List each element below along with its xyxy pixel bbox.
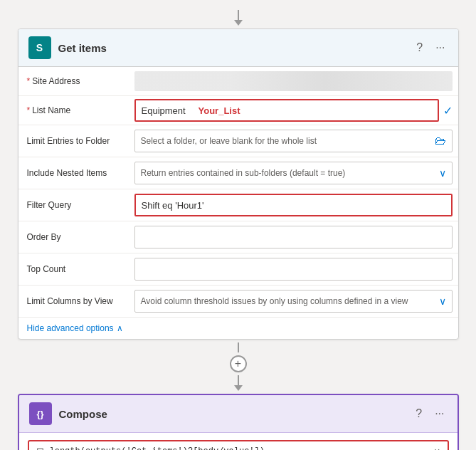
top-count-input[interactable]: Total number of entries to retrieve (def… (134, 258, 453, 281)
order-by-input[interactable]: An ODATA orderBy query for specifying th… (134, 226, 453, 248)
limit-columns-control: Avoid column threshold issues by only us… (129, 286, 458, 317)
compose-title: Compose (59, 408, 406, 420)
include-nested-chevron-icon: ∨ (439, 167, 446, 179)
order-by-control: An ODATA orderBy query for specifying th… (129, 221, 458, 253)
site-address-label: * Site Address (18, 67, 129, 95)
include-nested-row: Include Nested Items Return entries cont… (18, 157, 458, 189)
limit-columns-chevron-icon: ∨ (439, 295, 446, 307)
expression-close-icon[interactable]: × (434, 446, 440, 451)
get-items-actions: ? ··· (413, 40, 448, 56)
limit-columns-label: Limit Columns by View (18, 286, 129, 317)
top-count-control: Total number of entries to retrieve (def… (129, 253, 458, 285)
expression-icon: ⊡ (36, 446, 44, 450)
get-items-more-button[interactable]: ··· (433, 40, 448, 56)
filter-query-row: Filter Query (18, 189, 458, 221)
hide-advanced-label: Hide advanced options (27, 323, 114, 333)
limit-columns-text: Avoid column threshold issues by only us… (141, 296, 436, 306)
hide-advanced-link[interactable]: Hide advanced options ∧ (27, 323, 450, 333)
filter-query-input[interactable] (134, 194, 453, 216)
get-items-help-button[interactable]: ? (413, 40, 425, 56)
connector-section: + (230, 340, 247, 394)
compose-header: {} Compose ? ··· (19, 395, 458, 433)
compose-more-button[interactable]: ··· (432, 406, 447, 422)
site-address-blurred (134, 71, 453, 91)
mid-connector-top (238, 342, 239, 352)
get-items-body: * Site Address * List Name Your_List ✓ (18, 67, 458, 317)
limit-entries-label: Limit Entries to Folder (18, 125, 129, 157)
top-count-label: Top Count (18, 253, 129, 285)
advanced-options-section: Hide advanced options ∧ (18, 317, 458, 339)
filter-query-label: Filter Query (18, 189, 129, 221)
hide-advanced-icon: ∧ (117, 323, 123, 333)
limit-entries-dropdown[interactable]: Select a folder, or leave blank for the … (134, 130, 453, 152)
include-nested-dropdown[interactable]: Return entries contained in sub-folders … (134, 162, 453, 184)
limit-columns-row: Limit Columns by View Avoid column thres… (18, 286, 458, 317)
get-items-icon: S (28, 36, 51, 59)
get-items-card: S Get items ? ··· * Site Address (18, 28, 459, 340)
order-by-label: Order By (18, 221, 129, 253)
expression-box: ⊡ length(outputs('Get_items')?[body/valu… (28, 440, 449, 450)
expression-text: length(outputs('Get_items')?[body/value'… (50, 446, 265, 451)
compose-icon: {} (29, 402, 52, 425)
list-name-input[interactable] (134, 99, 439, 122)
add-step-button[interactable]: + (230, 355, 247, 372)
filter-query-control (129, 189, 458, 221)
include-nested-text: Return entries contained in sub-folders … (141, 168, 436, 178)
get-items-title: Get items (58, 42, 407, 54)
mid-connector-bottom (234, 375, 243, 391)
limit-entries-row: Limit Entries to Folder Select a folder,… (18, 125, 458, 157)
compose-help-button[interactable]: ? (413, 406, 425, 422)
site-address-control (129, 67, 458, 95)
get-items-header: S Get items ? ··· (18, 29, 458, 67)
list-name-control: Your_List ✓ (129, 96, 458, 125)
list-name-row: * List Name Your_List ✓ (18, 96, 458, 125)
compose-card: {} Compose ? ··· ⊡ length(outputs('Get_i… (18, 394, 459, 450)
top-connector (234, 10, 243, 26)
include-nested-label: Include Nested Items (18, 157, 129, 189)
limit-columns-dropdown[interactable]: Avoid column threshold issues by only us… (134, 290, 453, 313)
order-by-row: Order By An ODATA orderBy query for spec… (18, 221, 458, 253)
limit-entries-control: Select a folder, or leave blank for the … (129, 125, 458, 157)
top-count-row: Top Count Total number of entries to ret… (18, 253, 458, 286)
list-name-label: * List Name (18, 96, 129, 125)
compose-actions: ? ··· (413, 406, 447, 422)
limit-entries-text: Select a folder, or leave blank for the … (141, 136, 435, 146)
site-address-row: * Site Address (18, 67, 458, 96)
include-nested-control: Return entries contained in sub-folders … (129, 157, 458, 189)
folder-icon: 🗁 (435, 135, 446, 147)
list-name-checkmark-icon: ✓ (443, 104, 453, 117)
